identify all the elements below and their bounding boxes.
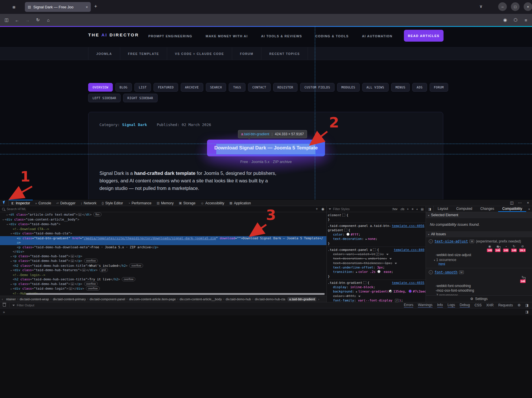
- search-html-input[interactable]: Search HTML: [7, 207, 312, 211]
- markup-tree-row[interactable]: <!--Download CTA-->: [0, 227, 326, 232]
- eyedropper-icon[interactable]: ◉: [321, 207, 324, 211]
- color-swatch[interactable]: [409, 290, 412, 293]
- demo-pill-list[interactable]: LIST: [134, 83, 151, 92]
- subnav-item-3[interactable]: VS CODE + CLAUDE CODE: [167, 47, 232, 60]
- subnav-item-4[interactable]: FORUM: [232, 47, 261, 60]
- light-theme-icon[interactable]: ☀: [411, 208, 414, 211]
- compat-settings-bar[interactable]: ⚙Settings: [426, 295, 532, 302]
- all-issues-header[interactable]: ▾All Issues: [426, 231, 532, 237]
- demo-pill-menus[interactable]: MENUS: [391, 83, 410, 92]
- site-nav-item-1[interactable]: PROMPT ENGINEERING: [148, 34, 192, 38]
- sidebar-tab-layout[interactable]: Layout: [434, 206, 452, 212]
- devtools-tab-memory[interactable]: ▥Memory: [154, 200, 176, 206]
- browser-tab[interactable]: ▤ Signal Dark — Free Joo ×: [25, 2, 91, 12]
- stylesheet-link[interactable]: template.css:4035: [392, 281, 424, 285]
- markup-badge-overflow[interactable]: overflow: [86, 286, 100, 290]
- breadcrumb-item[interactable]: div.taid-demo-hub-cta: [253, 297, 287, 301]
- console-filter-logs[interactable]: Logs: [448, 303, 455, 308]
- search-html-row[interactable]: Search HTML + ◉: [0, 206, 326, 212]
- filter-output-input[interactable]: Filter Output: [17, 303, 34, 307]
- gradient-swatch[interactable]: [389, 290, 392, 293]
- sidebar-tab-computed[interactable]: Computed: [452, 206, 476, 212]
- close-devtools-icon[interactable]: ×: [524, 201, 532, 205]
- responsive-design-icon[interactable]: ◫: [508, 201, 516, 205]
- demo-pill-all-views[interactable]: ALL VIEWS: [362, 83, 389, 92]
- markup-badge-flex[interactable]: flex: [93, 212, 101, 216]
- breadcrumb-item[interactable]: div.taid-demo-hub: [224, 297, 252, 301]
- devtools-tab-style-editor[interactable]: {}Style Editor: [99, 200, 126, 206]
- add-node-icon[interactable]: +: [316, 207, 318, 211]
- site-nav-item-2[interactable]: MAKE MONEY WITH AI: [206, 34, 248, 38]
- sidebar-tab-changes[interactable]: Changes: [476, 206, 498, 212]
- jump-to-variable-icon[interactable]: ↗: [376, 253, 380, 256]
- selector-highlighter-icon[interactable]: [373, 248, 376, 251]
- console-filter-errors[interactable]: Errors: [404, 303, 413, 308]
- demo-pill-custom-fields[interactable]: CUSTOM FIELDS: [300, 83, 335, 92]
- markup-tree-row[interactable]: ▸<dt class="article-info text-muted">…</…: [0, 212, 326, 217]
- reload-icon[interactable]: ↻: [34, 14, 42, 26]
- devtools-tab-inspector[interactable]: ◧Inspector: [9, 200, 33, 206]
- demo-pill-right-sidebar[interactable]: RIGHT SIDEBAR: [123, 94, 158, 102]
- compat-property-link[interactable]: text-size-adjust: [435, 239, 468, 243]
- sidebar-tabs-overflow-icon[interactable]: ▾: [526, 206, 532, 212]
- console-filter-warnings[interactable]: Warnings: [418, 303, 432, 308]
- sidebar-toggle-icon[interactable]: ◫: [2, 14, 11, 26]
- subnav-item-5[interactable]: RECENT TOPICS: [261, 47, 308, 60]
- menu-hamburger-icon[interactable]: ≡: [522, 14, 530, 26]
- home-icon[interactable]: ⌂: [44, 14, 53, 26]
- demo-pill-modules[interactable]: MODULES: [337, 83, 360, 92]
- css-declaration[interactable]: color: var(--violet-lt↗);: [328, 252, 426, 256]
- markup-tree-row[interactable]: <!--Demo login-->: [0, 273, 326, 277]
- demo-pill-left-sidebar[interactable]: LEFT SIDEBAR: [88, 94, 121, 102]
- markup-tree-row[interactable]: </div>: [0, 249, 326, 254]
- markup-tree-row[interactable]: <p class="taid-demo-hub-download-meta">F…: [0, 245, 326, 250]
- split-console-icon[interactable]: ◨: [525, 310, 532, 314]
- css-declaration[interactable]: color: #fff;: [328, 294, 426, 298]
- more-options-icon[interactable]: ⋯: [516, 201, 524, 205]
- markup-tree-row[interactable]: <h2 class="taid-demo-hub-section-title">…: [0, 277, 326, 282]
- stylesheet-link[interactable]: template.css:840: [394, 248, 424, 252]
- site-logo[interactable]: THE AI DIRECTOR: [88, 32, 139, 37]
- css-declaration[interactable]: background: ▶linear-gradient(135deg, #7c…: [328, 289, 426, 294]
- forward-icon[interactable]: →: [23, 14, 32, 26]
- console-sidebar-icon[interactable]: ◨: [525, 303, 529, 307]
- markup-tree-row[interactable]: <a class="taid-btn-gradient" href="/medi…: [0, 236, 326, 241]
- console-filter-debug[interactable]: Debug: [460, 303, 470, 308]
- devtools-tab-accessibility[interactable]: ☺Accessibility: [198, 200, 227, 206]
- selector-highlighter-icon[interactable]: [342, 214, 345, 216]
- markup-badge-overflow[interactable]: overflow: [129, 264, 143, 268]
- css-declaration[interactable]: font-family: var(--font-display ↗);: [328, 298, 426, 302]
- console-filter-requests[interactable]: Requests: [498, 303, 513, 307]
- breadcrumb-item[interactable]: div.com-content-article__body: [178, 297, 223, 301]
- compat-property-link[interactable]: font-smooth: [435, 270, 457, 274]
- styles-toolbar-hov[interactable]: :hov: [392, 208, 398, 211]
- demo-pill-contact[interactable]: CONTACT: [248, 83, 271, 92]
- markup-tree-row[interactable]: ▾<div class="com-content-article__body">: [0, 217, 326, 222]
- demo-pill-register[interactable]: REGISTER: [273, 83, 298, 92]
- sidebar-collapse-icon[interactable]: ◨: [426, 206, 434, 212]
- devtools-tab-console[interactable]: »Console: [33, 200, 54, 206]
- markup-tree-row[interactable]: ▸<p class="taid-demo-hub-lead">…</p>: [0, 254, 326, 259]
- devtools-tab-storage[interactable]: ▣Storage: [176, 200, 198, 206]
- demo-pill-overview[interactable]: OVERVIEW: [88, 83, 113, 92]
- print-media-icon[interactable]: ▤: [421, 208, 423, 211]
- console-prompt[interactable]: »: [0, 310, 5, 314]
- tab-close-icon[interactable]: ×: [86, 5, 88, 9]
- markup-badge-overflow[interactable]: overflow: [84, 259, 98, 263]
- horizontal-scrollbar[interactable]: [26, 293, 325, 295]
- demo-pill-tags[interactable]: TAGS: [229, 83, 245, 92]
- css-declaration[interactable]: transition: ▶color .2s ease;: [328, 270, 426, 274]
- minimize-button[interactable]: –: [498, 2, 507, 11]
- console-output-area[interactable]: [0, 315, 532, 398]
- console-filter-css[interactable]: CSS: [474, 303, 482, 307]
- markup-tree-row[interactable]: a>: [0, 240, 326, 245]
- breadcrumb-item[interactable]: ntainer: [5, 297, 17, 301]
- console-prompt-row[interactable]: » ◨: [0, 308, 532, 315]
- clear-console-icon[interactable]: [3, 304, 6, 307]
- css-declaration[interactable]: display: inline-block;: [328, 285, 426, 289]
- site-nav-item-3[interactable]: AI TOOLS & REVIEWS: [261, 34, 302, 38]
- firefox-view-icon[interactable]: ⧇: [10, 3, 17, 10]
- markup-tree-row[interactable]: ▸<div class="taid-demo-login">…</div>ove…: [0, 286, 326, 291]
- account-icon[interactable]: ◉: [501, 14, 509, 26]
- markup-tree-row[interactable]: ▾<div class="taid-demo-hub">: [0, 222, 326, 227]
